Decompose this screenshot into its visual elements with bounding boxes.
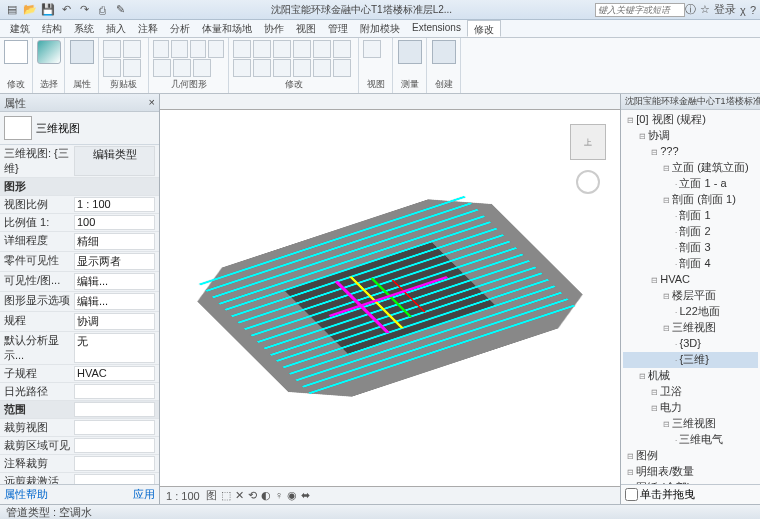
star-icon[interactable]: ☆ [700,3,710,16]
ribbon-tab[interactable]: 协作 [258,20,290,37]
tree-node[interactable]: 三维电气 [623,432,758,448]
geom-btn[interactable] [190,40,206,58]
tree-node[interactable]: 三维视图 [623,320,758,336]
geom-btn[interactable] [193,59,211,77]
prop-value[interactable]: 100 [74,215,155,230]
view-control-icon[interactable]: ♀ [275,489,283,501]
geom-btn[interactable] [171,40,187,58]
tree-node[interactable]: 剖面 1 [623,208,758,224]
tree-node[interactable]: 剖面 3 [623,240,758,256]
edit-type-button[interactable]: 编辑类型 [74,146,155,176]
tree-node[interactable]: 三维视图 [623,416,758,432]
mod-btn[interactable] [253,59,271,77]
tree-node[interactable]: 协调 [623,128,758,144]
ribbon-tab[interactable]: 分析 [164,20,196,37]
view-control-icon[interactable]: ⬌ [301,489,310,501]
ribbon-tab[interactable]: 结构 [36,20,68,37]
tree-node[interactable]: 卫浴 [623,384,758,400]
app-menu-icon[interactable]: ▤ [4,2,20,18]
geom-btn[interactable] [208,40,224,58]
view-control-icon[interactable]: ◉ [287,489,297,501]
mod-btn[interactable] [253,40,271,58]
prop-value[interactable]: 显示两者 [74,253,155,270]
prop-value[interactable]: 协调 [74,313,155,330]
modify-tool-button[interactable] [4,40,28,64]
view-control-icon[interactable]: ⟲ [248,489,257,501]
tree-node[interactable]: 立面 1 - a [623,176,758,192]
geom-btn[interactable] [153,59,171,77]
view-cube[interactable]: 上 [570,124,606,160]
ribbon-tab[interactable]: 管理 [322,20,354,37]
apply-button[interactable]: 应用 [133,487,155,502]
paste-button[interactable] [103,40,121,58]
help-search-input[interactable] [595,3,685,17]
measure-button[interactable] [397,40,422,64]
tree-node[interactable]: 剖面 4 [623,256,758,272]
tree-node[interactable]: 剖面 (剖面 1) [623,192,758,208]
view-control-icon[interactable]: ✕ [235,489,244,501]
mod-btn[interactable] [293,40,311,58]
mod-btn[interactable] [233,40,251,58]
tree-node[interactable]: {三维} [623,352,758,368]
undo-icon[interactable]: ↶ [58,2,74,18]
ribbon-tab[interactable]: 系统 [68,20,100,37]
tree-node[interactable]: {3D} [623,336,758,352]
close-icon[interactable]: × [149,96,155,109]
prop-value[interactable]: HVAC [74,366,155,381]
ribbon-tab[interactable]: 附加模块 [354,20,406,37]
tree-node[interactable]: HVAC [623,272,758,288]
tree-node[interactable]: 楼层平面 [623,288,758,304]
mod-btn[interactable] [333,59,351,77]
select-button[interactable] [37,40,60,64]
prop-value[interactable]: 编辑... [74,293,155,310]
prop-value[interactable]: 精细 [74,233,155,250]
view-control-icon[interactable]: ◐ [261,489,271,501]
tree-node[interactable]: [0] 视图 (规程) [623,112,758,128]
tree-node[interactable]: 明细表/数量 [623,464,758,480]
cut-button[interactable] [123,40,141,58]
tree-node[interactable]: 机械 [623,368,758,384]
mod-btn[interactable] [313,59,331,77]
view-control-icon[interactable]: 图 [206,489,217,501]
prop-value[interactable] [74,402,155,417]
props-help-link[interactable]: 属性帮助 [4,487,48,502]
prop-value[interactable] [74,456,155,471]
properties-button[interactable] [69,40,94,64]
prop-value[interactable]: 1 : 100 [74,197,155,212]
geom-btn[interactable] [173,59,191,77]
prop-value[interactable] [74,420,155,435]
tree-node[interactable]: 剖面 2 [623,224,758,240]
3d-viewport[interactable]: 上 [160,110,620,486]
tree-node[interactable]: 图例 [623,448,758,464]
tree-node[interactable]: 电力 [623,400,758,416]
footer-checkbox[interactable]: 单击并拖曳 [625,487,756,502]
ribbon-tab[interactable]: 插入 [100,20,132,37]
nav-wheel[interactable] [576,170,600,194]
copy-button[interactable] [103,59,121,77]
help-icon[interactable]: ? [750,4,756,16]
ribbon-tab[interactable]: 视图 [290,20,322,37]
prop-value[interactable]: 编辑... [74,273,155,290]
save-icon[interactable]: 💾 [40,2,56,18]
ribbon-tab[interactable]: 建筑 [4,20,36,37]
prop-value[interactable]: 无 [74,333,155,363]
geom-btn[interactable] [153,40,169,58]
open-icon[interactable]: 📂 [22,2,38,18]
prop-value[interactable] [74,474,155,484]
ribbon-tab[interactable]: 注释 [132,20,164,37]
prop-value[interactable] [74,438,155,453]
prop-value[interactable] [74,384,155,399]
mod-btn[interactable] [313,40,331,58]
create-button[interactable] [431,40,456,64]
tree-node[interactable]: 立面 (建筑立面) [623,160,758,176]
view-btn[interactable] [363,40,381,58]
qat-icon[interactable]: ✎ [112,2,128,18]
type-selector[interactable]: 三维视图: {三维} [4,146,74,176]
redo-icon[interactable]: ↷ [76,2,92,18]
tree-node[interactable]: ??? [623,144,758,160]
mod-btn[interactable] [333,40,351,58]
ribbon-tab[interactable]: Extensions [406,20,467,37]
mod-btn[interactable] [273,40,291,58]
ribbon-tab[interactable]: 体量和场地 [196,20,258,37]
print-icon[interactable]: ⎙ [94,2,110,18]
